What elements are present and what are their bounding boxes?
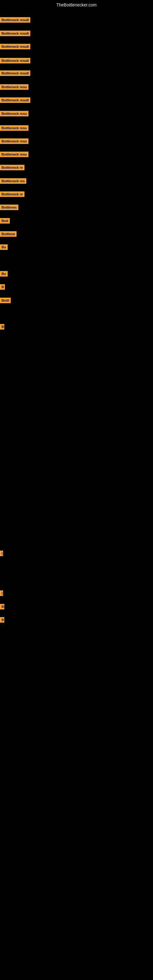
bottleneck-badge[interactable]: B <box>0 284 5 290</box>
bottleneck-badge[interactable]: Bottleneck re <box>0 191 24 197</box>
bottleneck-badge[interactable]: Bottleneck resu <box>0 138 29 144</box>
bottleneck-badge[interactable]: Bottleneck result <box>0 30 30 36</box>
bottleneck-badge[interactable]: Bottleneck result <box>0 58 30 64</box>
bottleneck-badge[interactable]: Bottleneck resu <box>0 111 29 116</box>
bottleneck-badge[interactable]: Bottlene <box>0 231 16 237</box>
bottleneck-badge[interactable]: Bo <box>0 244 8 250</box>
bottleneck-badge[interactable]: B <box>0 617 4 623</box>
bottleneck-badge[interactable]: Bottleneck resu <box>0 125 29 131</box>
bottleneck-badge[interactable]: Bottleneck res <box>0 178 26 184</box>
bottleneck-badge[interactable]: Bottleneck result <box>0 70 30 76</box>
bottleneck-badge[interactable]: Bottl <box>0 298 11 303</box>
bottleneck-badge[interactable]: B <box>0 604 4 609</box>
bottleneck-badge[interactable]: B <box>0 324 4 329</box>
site-title: TheBottlenecker.com <box>56 2 97 7</box>
bottleneck-badge[interactable]: Bottleneck result <box>0 17 30 23</box>
bottleneck-badge[interactable]: Bottleneck re <box>0 165 24 170</box>
bottleneck-badge[interactable]: Bottleneck resu <box>0 151 29 157</box>
bottleneck-badge[interactable]: Bo <box>0 271 8 277</box>
bottleneck-badge[interactable]: Bott <box>0 218 10 224</box>
bottleneck-badge[interactable]: Bottleneck result <box>0 97 30 103</box>
bottleneck-badge[interactable]: | <box>0 590 3 596</box>
bottleneck-badge[interactable]: Bottleneck resu <box>0 84 29 90</box>
bottleneck-badge[interactable]: Bottleneck result <box>0 44 30 49</box>
bottleneck-badge[interactable]: | <box>0 550 3 556</box>
bottleneck-badge[interactable]: Bottlenec <box>0 205 18 210</box>
